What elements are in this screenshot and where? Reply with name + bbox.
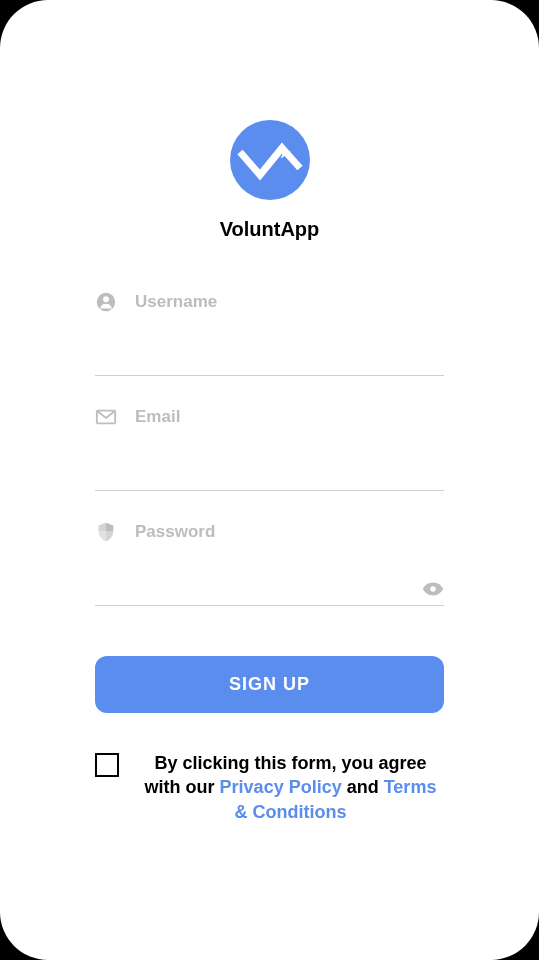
- password-input[interactable]: [95, 571, 444, 606]
- username-label: Username: [135, 292, 217, 312]
- logo-section: VoluntApp: [95, 120, 444, 241]
- app-name: VoluntApp: [220, 218, 320, 241]
- signup-button[interactable]: SIGN UP: [95, 656, 444, 713]
- consent-text: By clicking this form, you agree with ou…: [137, 751, 444, 824]
- consent-row: By clicking this form, you agree with ou…: [95, 751, 444, 824]
- privacy-policy-link[interactable]: Privacy Policy: [220, 777, 342, 797]
- svg-point-3: [430, 586, 436, 592]
- app-screen: VoluntApp Username Email: [0, 0, 539, 960]
- mail-icon: [95, 406, 117, 428]
- password-label: Password: [135, 522, 215, 542]
- shield-icon: [95, 521, 117, 543]
- password-label-row: Password: [95, 521, 444, 543]
- eye-icon[interactable]: [422, 578, 444, 600]
- consent-text-middle: and: [342, 777, 384, 797]
- username-input[interactable]: [95, 341, 444, 376]
- email-input[interactable]: [95, 456, 444, 491]
- email-label: Email: [135, 407, 180, 427]
- logo-mark-icon: [230, 120, 310, 200]
- svg-point-1: [103, 296, 109, 302]
- signup-form-container: VoluntApp Username Email: [0, 0, 539, 960]
- consent-checkbox[interactable]: [95, 753, 119, 777]
- username-field-group: Username: [95, 291, 444, 376]
- password-field-group: Password: [95, 521, 444, 606]
- person-icon: [95, 291, 117, 313]
- email-label-row: Email: [95, 406, 444, 428]
- password-input-row: [95, 571, 444, 606]
- app-logo: [230, 120, 310, 200]
- email-field-group: Email: [95, 406, 444, 491]
- username-label-row: Username: [95, 291, 444, 313]
